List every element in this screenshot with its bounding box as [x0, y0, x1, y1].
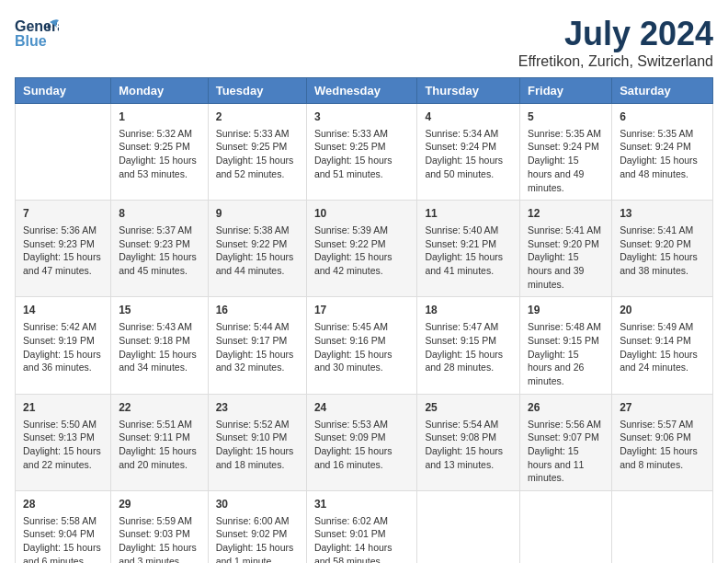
sunset-text: Sunset: 9:25 PM [216, 141, 288, 152]
daylight-text: Daylight: 15 hours and 41 minutes. [425, 251, 503, 276]
sunset-text: Sunset: 9:09 PM [314, 431, 386, 442]
sunset-text: Sunset: 9:21 PM [425, 238, 496, 249]
sunset-text: Sunset: 9:08 PM [425, 431, 496, 442]
sunset-text: Sunset: 9:14 PM [620, 335, 691, 346]
sunset-text: Sunset: 9:07 PM [528, 431, 599, 442]
logo: General Blue [15, 15, 59, 55]
day-number: 23 [216, 400, 299, 416]
sunset-text: Sunset: 9:24 PM [528, 141, 599, 152]
sunrise-text: Sunrise: 5:35 AM [528, 128, 601, 139]
table-row: 4Sunrise: 5:34 AMSunset: 9:24 PMDaylight… [417, 104, 520, 201]
daylight-text: Daylight: 15 hours and 39 minutes. [528, 251, 584, 289]
col-wednesday: Wednesday [306, 78, 416, 104]
day-number: 3 [314, 109, 409, 125]
sunset-text: Sunset: 9:02 PM [216, 528, 288, 539]
day-number: 21 [23, 400, 103, 416]
daylight-text: Daylight: 15 hours and 24 minutes. [620, 349, 698, 373]
header: General Blue July 2024 Effretikon, Zuric… [15, 15, 713, 70]
calendar-body: 1Sunrise: 5:32 AMSunset: 9:25 PMDaylight… [16, 104, 713, 564]
table-row: 15Sunrise: 5:43 AMSunset: 9:18 PMDayligh… [111, 297, 209, 394]
sunset-text: Sunset: 9:11 PM [119, 431, 190, 442]
sunset-text: Sunset: 9:18 PM [119, 335, 190, 346]
sunset-text: Sunset: 9:16 PM [314, 335, 386, 346]
sunrise-text: Sunrise: 5:54 AM [425, 419, 498, 430]
daylight-text: Daylight: 15 hours and 16 minutes. [314, 445, 392, 470]
day-number: 24 [314, 400, 409, 416]
sunset-text: Sunset: 9:25 PM [314, 141, 386, 152]
day-number: 10 [314, 206, 409, 222]
col-thursday: Thursday [417, 78, 520, 104]
day-number: 5 [528, 109, 604, 125]
sunrise-text: Sunrise: 5:57 AM [620, 419, 693, 430]
calendar-table: Sunday Monday Tuesday Wednesday Thursday… [15, 77, 713, 563]
sunrise-text: Sunrise: 5:45 AM [314, 321, 388, 332]
sunset-text: Sunset: 9:13 PM [23, 431, 95, 442]
day-number: 14 [23, 303, 103, 318]
col-friday: Friday [520, 78, 612, 104]
sunset-text: Sunset: 9:17 PM [216, 335, 288, 346]
sunrise-text: Sunrise: 5:41 AM [528, 224, 601, 236]
sunrise-text: Sunrise: 5:39 AM [314, 224, 388, 236]
table-row: 6Sunrise: 5:35 AMSunset: 9:24 PMDaylight… [612, 104, 713, 201]
daylight-text: Daylight: 15 hours and 47 minutes. [23, 251, 101, 276]
table-row: 17Sunrise: 5:45 AMSunset: 9:16 PMDayligh… [306, 297, 416, 394]
sunrise-text: Sunrise: 5:41 AM [620, 224, 693, 236]
daylight-text: Daylight: 15 hours and 38 minutes. [620, 251, 698, 276]
sunrise-text: Sunrise: 5:33 AM [216, 128, 290, 139]
sunrise-text: Sunrise: 5:35 AM [620, 128, 693, 139]
svg-text:Blue: Blue [15, 33, 47, 49]
sunset-text: Sunset: 9:25 PM [119, 141, 190, 152]
day-number: 22 [119, 400, 200, 416]
daylight-text: Daylight: 15 hours and 34 minutes. [119, 349, 197, 373]
sunset-text: Sunset: 9:20 PM [528, 238, 599, 249]
daylight-text: Daylight: 14 hours and 58 minutes. [314, 542, 392, 563]
sunset-text: Sunset: 9:04 PM [23, 528, 95, 539]
sunrise-text: Sunrise: 5:50 AM [23, 419, 97, 430]
day-number: 17 [314, 303, 409, 318]
sunrise-text: Sunrise: 5:34 AM [425, 128, 498, 139]
table-row: 23Sunrise: 5:52 AMSunset: 9:10 PMDayligh… [208, 394, 306, 490]
sunrise-text: Sunrise: 5:42 AM [23, 321, 97, 332]
daylight-text: Daylight: 15 hours and 6 minutes. [23, 542, 101, 563]
day-number: 29 [119, 497, 200, 512]
sunset-text: Sunset: 9:01 PM [314, 528, 386, 539]
sunrise-text: Sunrise: 5:52 AM [216, 419, 290, 430]
daylight-text: Daylight: 15 hours and 18 minutes. [216, 445, 294, 470]
table-row: 5Sunrise: 5:35 AMSunset: 9:24 PMDaylight… [520, 104, 612, 201]
daylight-text: Daylight: 15 hours and 51 minutes. [314, 155, 392, 179]
table-row: 10Sunrise: 5:39 AMSunset: 9:22 PMDayligh… [306, 201, 416, 297]
day-number: 8 [119, 206, 200, 222]
calendar-header: Sunday Monday Tuesday Wednesday Thursday… [16, 78, 713, 104]
table-row: 27Sunrise: 5:57 AMSunset: 9:06 PMDayligh… [612, 394, 713, 490]
sunrise-text: Sunrise: 5:48 AM [528, 321, 601, 332]
day-number: 4 [425, 109, 512, 125]
day-number: 31 [314, 497, 409, 512]
sunset-text: Sunset: 9:24 PM [425, 141, 496, 152]
sunrise-text: Sunrise: 5:37 AM [119, 224, 192, 236]
sunset-text: Sunset: 9:24 PM [620, 141, 691, 152]
daylight-text: Daylight: 15 hours and 53 minutes. [119, 155, 197, 179]
table-row: 16Sunrise: 5:44 AMSunset: 9:17 PMDayligh… [208, 297, 306, 394]
table-row: 18Sunrise: 5:47 AMSunset: 9:15 PMDayligh… [417, 297, 520, 394]
daylight-text: Daylight: 15 hours and 50 minutes. [425, 155, 503, 179]
sunrise-text: Sunrise: 5:59 AM [119, 515, 192, 526]
daylight-text: Daylight: 15 hours and 36 minutes. [23, 349, 101, 373]
sunrise-text: Sunrise: 5:51 AM [119, 419, 192, 430]
day-number: 27 [620, 400, 705, 416]
table-row: 2Sunrise: 5:33 AMSunset: 9:25 PMDaylight… [208, 104, 306, 201]
sunset-text: Sunset: 9:22 PM [216, 238, 288, 249]
sunrise-text: Sunrise: 6:02 AM [314, 515, 388, 526]
day-number: 18 [425, 303, 512, 318]
table-row: 22Sunrise: 5:51 AMSunset: 9:11 PMDayligh… [111, 394, 209, 490]
sunrise-text: Sunrise: 6:00 AM [216, 515, 290, 526]
daylight-text: Daylight: 15 hours and 44 minutes. [216, 251, 294, 276]
sunset-text: Sunset: 9:22 PM [314, 238, 386, 249]
daylight-text: Daylight: 15 hours and 20 minutes. [119, 445, 197, 470]
day-number: 28 [23, 497, 103, 512]
table-row [612, 490, 713, 563]
col-sunday: Sunday [16, 78, 111, 104]
title-area: July 2024 Effretikon, Zurich, Switzerlan… [518, 15, 713, 70]
table-row: 12Sunrise: 5:41 AMSunset: 9:20 PMDayligh… [520, 201, 612, 297]
day-number: 2 [216, 109, 299, 125]
table-row: 1Sunrise: 5:32 AMSunset: 9:25 PMDaylight… [111, 104, 209, 201]
